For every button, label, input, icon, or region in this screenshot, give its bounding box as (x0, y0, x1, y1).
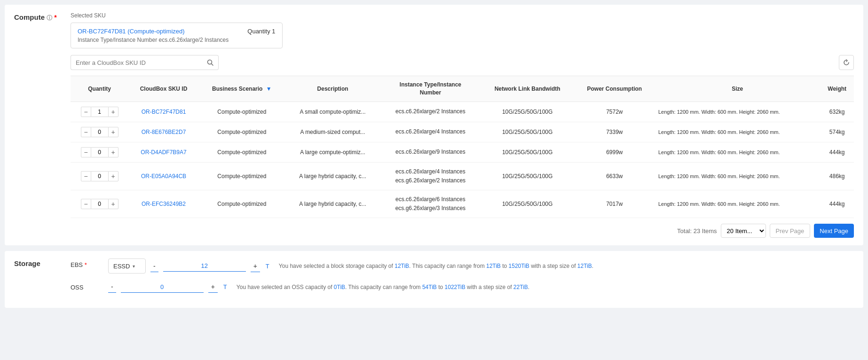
compute-title: Compute (14, 13, 45, 21)
filter-icon[interactable]: ▼ (266, 86, 272, 92)
description-cell: A small compute-optimiz... (285, 102, 380, 122)
next-page-button[interactable]: Next Page (814, 224, 854, 238)
description-cell: A large hybrid capacity, c... (285, 162, 380, 190)
size-cell: Length: 1200 mm. Width: 600 mm. Height: … (655, 122, 820, 142)
size-cell: Length: 1200 mm. Width: 600 mm. Height: … (655, 142, 820, 162)
ebs-description: You have selected a block storage capaci… (279, 263, 593, 269)
sku-id-link[interactable]: OR-8E676BE2D7 (142, 129, 186, 135)
power-cell: 7339w (575, 122, 655, 142)
qty-input[interactable] (91, 147, 108, 157)
description-cell: A medium-sized comput... (285, 122, 380, 142)
oss-description: You have selected an OSS capacity of 0Ti… (237, 284, 529, 290)
ebs-quantity-input[interactable] (163, 260, 246, 272)
instance-type-cell: ecs.c6.26xlarge/6 Instancesecs.g6.26xlar… (380, 190, 480, 218)
qty-plus-btn[interactable]: + (108, 199, 118, 209)
ebs-unit: T (266, 263, 269, 270)
size-cell: Length: 1200 mm. Width: 600 mm. Height: … (655, 102, 820, 122)
sku-id-link[interactable]: OR-EFC36249B2 (142, 201, 186, 207)
bandwidth-cell: 10G/25G/50G/100G (481, 190, 575, 218)
storage-title: Storage (14, 259, 40, 267)
total-items: Total: 23 Items (677, 227, 717, 235)
oss-minus-btn[interactable]: - (108, 281, 116, 293)
scenario-cell: Compute-optimized (199, 190, 285, 218)
svg-line-1 (212, 64, 213, 66)
refresh-button[interactable] (839, 55, 854, 70)
selected-sku-label: Selected SKU (71, 12, 854, 19)
qty-input[interactable] (91, 127, 108, 137)
qty-plus-btn[interactable]: + (108, 107, 118, 117)
table-row: − + OR-D4ADF7B9A7Compute-optimizedA larg… (71, 142, 854, 162)
power-cell: 7017w (575, 190, 655, 218)
refresh-icon (843, 59, 850, 66)
col-instance-type: Instance Type/InstanceNumber (380, 76, 480, 102)
scenario-cell: Compute-optimized (199, 122, 285, 142)
qty-minus-btn[interactable]: − (81, 127, 91, 137)
col-sku-id: CloudBox SKU ID (128, 76, 199, 102)
qty-input[interactable] (91, 171, 108, 181)
qty-minus-btn[interactable]: − (81, 171, 91, 181)
sku-id-link[interactable]: OR-E05A0A94CB (141, 173, 186, 180)
table-row: − + OR-BC72F47D81Compute-optimizedA smal… (71, 102, 854, 122)
ebs-required: * (85, 261, 87, 268)
page-size-select[interactable]: 20 Item... 50 Items 100 Items (721, 224, 766, 238)
weight-cell: 444kg (820, 142, 854, 162)
help-icon[interactable]: ⓘ (47, 15, 52, 21)
weight-cell: 486kg (820, 162, 854, 190)
qty-input[interactable] (91, 107, 108, 117)
selected-sku-box: OR-BC72F47D81 (Compute-optimized) Instan… (71, 23, 283, 48)
table-row: − + OR-8E676BE2D7Compute-optimizedA medi… (71, 122, 854, 142)
qty-input[interactable] (91, 199, 108, 209)
col-quantity: Quantity (71, 76, 128, 102)
col-bandwidth: Network Link Bandwidth (481, 76, 575, 102)
power-cell: 7572w (575, 102, 655, 122)
search-button[interactable] (202, 55, 219, 70)
bandwidth-cell: 10G/25G/50G/100G (481, 122, 575, 142)
instance-type-cell: ecs.c6.26xlarge/4 Instancesecs.g6.26xlar… (380, 162, 480, 190)
instance-type-cell: ecs.c6.26xlarge/2 Instances (380, 102, 480, 122)
ebs-plus-btn[interactable]: + (251, 260, 260, 272)
weight-cell: 632kg (820, 102, 854, 122)
qty-minus-btn[interactable]: − (81, 147, 91, 157)
search-icon (207, 59, 213, 66)
scenario-cell: Compute-optimized (199, 102, 285, 122)
ebs-dropdown[interactable]: ESSD ▾ (108, 258, 146, 274)
prev-page-button[interactable]: Prev Page (770, 224, 811, 238)
qty-plus-btn[interactable]: + (108, 147, 118, 157)
qty-plus-btn[interactable]: + (108, 127, 118, 137)
oss-quantity-input[interactable] (121, 282, 204, 293)
bandwidth-cell: 10G/25G/50G/100G (481, 162, 575, 190)
qty-minus-btn[interactable]: − (81, 199, 91, 209)
search-input[interactable] (71, 55, 202, 70)
sku-id-link[interactable]: OR-BC72F47D81 (142, 109, 186, 115)
oss-plus-btn[interactable]: + (208, 281, 218, 293)
col-scenario: Business Scenario ▼ (199, 76, 285, 102)
col-description: Description (285, 76, 380, 102)
description-cell: A large compute-optimiz... (285, 142, 380, 162)
weight-cell: 574kg (820, 122, 854, 142)
ebs-dropdown-arrow: ▾ (133, 264, 135, 269)
col-power: Power Consumption (575, 76, 655, 102)
oss-unit: T (223, 283, 227, 290)
ebs-label: EBS (71, 261, 83, 268)
table-row: − + OR-E05A0A94CBCompute-optimizedA larg… (71, 162, 854, 190)
sku-name: OR-BC72F47D81 (Compute-optimized) (78, 28, 229, 35)
scenario-cell: Compute-optimized (199, 142, 285, 162)
size-cell: Length: 1200 mm. Width: 600 mm. Height: … (655, 190, 820, 218)
ebs-minus-btn[interactable]: - (150, 260, 158, 272)
instance-type-cell: ecs.c6.26xlarge/9 Instances (380, 142, 480, 162)
power-cell: 6999w (575, 142, 655, 162)
sku-table: Quantity CloudBox SKU ID Business Scenar… (71, 76, 854, 218)
oss-label: OSS (71, 284, 83, 291)
description-cell: A large hybrid capacity, c... (285, 190, 380, 218)
scenario-cell: Compute-optimized (199, 162, 285, 190)
table-row: − + OR-EFC36249B2Compute-optimizedA larg… (71, 190, 854, 218)
qty-minus-btn[interactable]: − (81, 107, 91, 117)
size-cell: Length: 1200 mm. Width: 600 mm. Height: … (655, 162, 820, 190)
sku-id-link[interactable]: OR-D4ADF7B9A7 (141, 149, 186, 156)
instance-type-cell: ecs.c6.26xlarge/4 Instances (380, 122, 480, 142)
col-size: Size (655, 76, 820, 102)
required-star: * (54, 14, 56, 21)
sku-quantity: Quantity 1 (247, 28, 275, 35)
weight-cell: 444kg (820, 190, 854, 218)
qty-plus-btn[interactable]: + (108, 171, 118, 181)
